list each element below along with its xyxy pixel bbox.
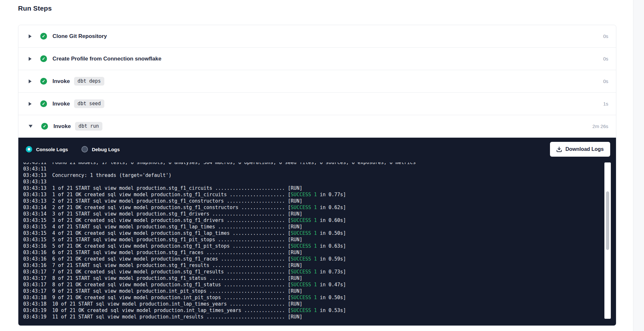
- download-icon: [556, 147, 562, 152]
- download-logs-button[interactable]: Download Logs: [550, 142, 610, 157]
- log-line: 03:43:15 4 of 21 OK created sql view mod…: [23, 230, 603, 236]
- log-line: 03:43:19 11 of 21 START sql view model p…: [23, 314, 603, 320]
- console-logs-radio[interactable]: Console Logs: [26, 146, 68, 152]
- log-line: 03:43:17 7 of 21 OK created sql view mod…: [23, 269, 603, 275]
- log-success-status: SUCCESS 1: [291, 217, 317, 223]
- log-line: 03:43:13 1 of 21 START sql view model pr…: [23, 185, 603, 191]
- log-line: 03:43:11: [23, 166, 603, 172]
- status-success-icon: ✓: [40, 33, 47, 40]
- steps-list: ✓Clone Git Repository0s✓Create Profile f…: [18, 25, 616, 138]
- step-label: Invoke: [52, 78, 70, 85]
- log-line: 03:43:13: [23, 179, 603, 185]
- console-logs-label: Console Logs: [36, 147, 68, 152]
- status-success-icon: ✓: [40, 55, 47, 62]
- log-line: 03:43:13 2 of 21 START sql view model pr…: [23, 198, 603, 204]
- radio-selected-icon: [26, 146, 32, 152]
- log-timestamp: 03:43:18: [23, 295, 52, 300]
- log-timestamp: 03:43:17: [23, 288, 52, 294]
- log-timestamp: 03:43:19: [23, 314, 52, 320]
- log-scrollbar[interactable]: [604, 162, 611, 319]
- log-timestamp: 03:43:14: [23, 205, 52, 210]
- debug-logs-label: Debug Logs: [92, 147, 120, 152]
- log-timestamp: 03:43:13: [23, 198, 52, 204]
- run-steps-card: ✓Clone Git Repository0s✓Create Profile f…: [18, 25, 616, 326]
- status-success-icon: ✓: [41, 123, 48, 130]
- log-timestamp: 03:43:16: [23, 256, 52, 262]
- log-success-status: SUCCESS 1: [291, 269, 317, 275]
- log-success-status: SUCCESS 1: [291, 308, 317, 313]
- log-line: 03:43:17 8 of 21 START sql view model pr…: [23, 275, 603, 281]
- log-success-status: SUCCESS 1: [291, 295, 317, 300]
- debug-logs-radio[interactable]: Debug Logs: [81, 146, 120, 152]
- log-line: 03:43:13 Concurrency: 1 threads (target=…: [23, 172, 603, 179]
- step-command-chip: dbt seed: [74, 99, 104, 108]
- caret-down-icon[interactable]: [29, 125, 33, 128]
- log-line: 03:43:16 5 of 21 OK created sql view mod…: [23, 243, 603, 249]
- log-panel: Console Logs Debug Logs Download Logs 03…: [18, 138, 616, 326]
- log-timestamp: 03:43:15: [23, 230, 52, 236]
- log-timestamp: 03:43:13: [23, 192, 52, 198]
- log-line: 03:43:13 1 of 21 OK created sql view mod…: [23, 191, 603, 198]
- log-line: 03:43:17 8 of 21 OK created sql view mod…: [23, 281, 603, 288]
- step-label: Invoke: [53, 123, 71, 130]
- log-scrollbar-thumb[interactable]: [606, 191, 609, 250]
- caret-right-icon[interactable]: [29, 57, 32, 61]
- download-logs-label: Download Logs: [565, 146, 604, 152]
- step-row-5[interactable]: ✓Invokedbt run2m 26s: [18, 115, 616, 138]
- step-command-chip: dbt deps: [74, 77, 104, 86]
- log-line: 03:43:16 7 of 21 START sql view model pr…: [23, 262, 603, 269]
- log-timestamp: 03:43:15: [23, 237, 52, 243]
- log-timestamp: 03:43:13: [23, 185, 52, 191]
- step-label: Invoke: [52, 101, 70, 107]
- log-timestamp: 03:43:17: [23, 282, 52, 288]
- caret-right-icon[interactable]: [29, 34, 32, 38]
- log-line: 03:43:18 10 of 21 START sql view model p…: [23, 301, 603, 307]
- step-command-chip: dbt run: [75, 122, 102, 131]
- log-line: 03:43:14 2 of 21 OK created sql view mod…: [23, 204, 603, 211]
- log-timestamp: 03:43:16: [23, 262, 52, 268]
- step-duration: 1s: [603, 101, 608, 106]
- step-row-4[interactable]: ✓Invokedbt seed1s: [18, 93, 616, 115]
- log-timestamp: 03:43:11: [23, 166, 52, 172]
- log-line: 03:43:15 3 of 21 OK created sql view mod…: [23, 217, 603, 224]
- step-row-2[interactable]: ✓Create Profile from Connection snowflak…: [18, 48, 616, 70]
- step-label: Create Profile from Connection snowflake: [52, 56, 161, 62]
- log-line: 03:43:11 Found 21 models, 17 tests, 0 sn…: [23, 162, 603, 166]
- caret-right-icon[interactable]: [29, 79, 32, 83]
- page-title: Run Steps: [18, 5, 52, 12]
- log-line: 03:43:15 4 of 21 START sql view model pr…: [23, 224, 603, 230]
- log-timestamp: 03:43:15: [23, 224, 52, 230]
- log-line: 03:43:16 6 of 21 START sql view model pr…: [23, 249, 603, 256]
- log-timestamp: 03:43:14: [23, 211, 52, 217]
- status-success-icon: ✓: [40, 78, 47, 85]
- log-timestamp: 03:43:17: [23, 269, 52, 275]
- log-timestamp: 03:43:16: [23, 243, 52, 249]
- log-success-status: SUCCESS 1: [291, 230, 317, 236]
- log-line: 03:43:19 10 of 21 OK created sql view mo…: [23, 307, 603, 314]
- log-success-status: SUCCESS 1: [291, 282, 317, 288]
- log-success-status: SUCCESS 1: [291, 256, 317, 262]
- step-duration: 0s: [603, 33, 608, 39]
- log-timestamp: 03:43:19: [23, 308, 52, 313]
- log-timestamp: 03:43:13: [23, 179, 52, 185]
- log-line: 03:43:18 9 of 21 OK created sql view mod…: [23, 294, 603, 301]
- step-row-1[interactable]: ✓Clone Git Repository0s: [18, 25, 616, 48]
- log-success-status: SUCCESS 1: [291, 205, 317, 210]
- log-timestamp: 03:43:13: [23, 172, 52, 178]
- step-row-3[interactable]: ✓Invokedbt deps0s: [18, 70, 616, 93]
- log-timestamp: 03:43:11: [23, 162, 52, 165]
- log-line: 03:43:14 3 of 21 START sql view model pr…: [23, 211, 603, 217]
- caret-right-icon[interactable]: [29, 102, 32, 106]
- log-line: 03:43:16 6 of 21 OK created sql view mod…: [23, 256, 603, 262]
- log-timestamp: 03:43:16: [23, 250, 52, 255]
- step-duration: 2m 26s: [592, 124, 608, 129]
- page-right-gutter: [633, 0, 644, 331]
- log-timestamp: 03:43:18: [23, 301, 52, 307]
- radio-unselected-icon: [81, 146, 88, 152]
- console-log-output[interactable]: 03:43:11 Found 21 models, 17 tests, 0 sn…: [18, 162, 603, 324]
- step-duration: 0s: [603, 78, 608, 84]
- log-timestamp: 03:43:15: [23, 217, 52, 223]
- log-success-status: SUCCESS 1: [291, 243, 317, 249]
- log-line: 03:43:15 5 of 21 START sql view model pr…: [23, 236, 603, 243]
- step-label: Clone Git Repository: [52, 33, 107, 40]
